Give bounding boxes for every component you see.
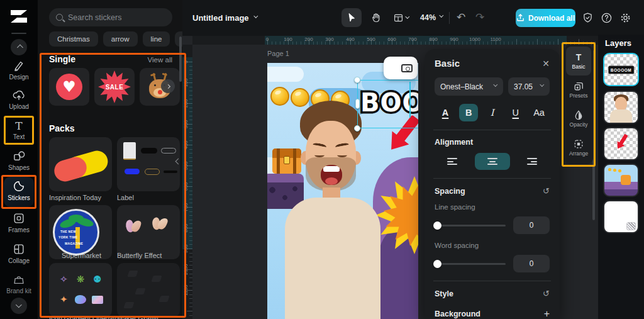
layer-man-photo[interactable] <box>603 91 639 124</box>
artboard-page[interactable]: BOOOOM <box>267 63 418 319</box>
sidebar-item-brand[interactable]: Brand kit <box>0 273 38 295</box>
sidebar-item-collage[interactable]: Collage <box>0 243 38 265</box>
bold-button[interactable]: B <box>459 104 478 121</box>
chip-arrow[interactable]: arrow <box>103 31 138 47</box>
shapes-icon <box>13 150 26 162</box>
text-icon: T <box>576 53 582 62</box>
presets-icon <box>574 81 584 91</box>
v-ruler-number: 700 <box>183 199 189 216</box>
hand-tool-button[interactable] <box>365 8 386 27</box>
underline-button[interactable]: U <box>506 104 525 121</box>
sidebar-item-text[interactable]: T Text <box>0 120 38 141</box>
selection-handle[interactable] <box>354 77 360 83</box>
layer-red-arrow[interactable] <box>603 127 639 160</box>
layer-game-background[interactable] <box>603 164 639 197</box>
add-background-icon[interactable]: + <box>544 308 550 319</box>
view-all-link[interactable]: View all <box>148 56 172 64</box>
align-right-button[interactable] <box>514 153 550 170</box>
panel-scrollbar[interactable] <box>179 36 182 82</box>
close-icon[interactable]: ✕ <box>542 59 550 69</box>
single-title: Single <box>49 54 75 64</box>
reset-spacing-icon[interactable]: ↺ <box>543 186 550 196</box>
h-ruler-number: 400 <box>346 36 354 42</box>
align-center-button[interactable] <box>475 153 510 170</box>
text-case-button[interactable]: Aa <box>530 104 548 121</box>
tab-basic[interactable]: T Basic <box>566 47 591 76</box>
tab-presets[interactable]: Presets <box>566 76 591 104</box>
page-label[interactable]: Page 1 <box>267 50 289 57</box>
sidebar-item-label: Stickers <box>8 194 30 201</box>
arrange-icon <box>574 139 584 149</box>
pack-label-text: Maker Graffiti <box>117 315 158 319</box>
canvas-size-button[interactable] <box>389 8 414 27</box>
h-ruler-number: 1000 <box>469 36 480 42</box>
selection-handle[interactable] <box>355 99 360 109</box>
font-family-select[interactable]: Onest–Black <box>435 77 503 96</box>
sticker-heart[interactable]: ♥ <box>49 68 89 106</box>
sidebar-item-label: Shapes <box>8 164 30 171</box>
pack-supermarket[interactable]: THE NEW YORK TIME MAGAZINE <box>49 205 112 259</box>
single-scroll-next-button[interactable] <box>161 79 175 93</box>
word-spacing-label: Word spacing <box>435 242 550 249</box>
tab-opacity[interactable]: Opacity <box>566 104 591 133</box>
align-left-button[interactable] <box>435 153 470 170</box>
v-ruler-number: 1000 <box>183 262 189 278</box>
sidebar-item-label: Brand kit <box>5 288 33 295</box>
zoom-level-control[interactable]: 44% <box>420 13 443 22</box>
panel-collapse-handle[interactable] <box>176 155 180 166</box>
background-label: Background <box>435 310 480 318</box>
text-cursor <box>409 82 411 118</box>
app-window: Design Upload T Text Shapes Sticke <box>0 0 644 319</box>
v-ruler-number: 400 <box>183 137 189 154</box>
word-spacing-value[interactable]: 0 <box>513 255 550 272</box>
font-size-select[interactable]: 37.05 <box>508 77 550 96</box>
search-input[interactable]: Search stickers <box>49 8 172 26</box>
undo-button[interactable]: ↶ <box>457 11 465 25</box>
align-center-icon <box>487 158 497 165</box>
layer-page-background[interactable] <box>603 200 639 233</box>
line-spacing-value[interactable]: 0 <box>513 216 550 234</box>
capcut-logo-icon[interactable] <box>9 8 29 25</box>
document-title[interactable]: Untitled image <box>192 13 258 23</box>
word-spacing-slider[interactable] <box>435 263 506 265</box>
h-ruler-number: 1100 <box>490 36 501 42</box>
slider-thumb[interactable] <box>433 260 441 268</box>
nav-scroll-up-button[interactable] <box>11 39 27 55</box>
slider-thumb[interactable] <box>433 221 441 230</box>
nav-scroll-down-button[interactable] <box>11 298 27 314</box>
pack-maker-graffiti[interactable] <box>117 263 180 317</box>
vertical-ruler: 010020030040050060070080090010001100 <box>182 45 192 319</box>
reset-style-icon[interactable]: ↺ <box>543 289 550 298</box>
title-chevron-icon <box>253 13 258 18</box>
select-tool-button[interactable] <box>341 8 362 27</box>
safety-shield-button[interactable] <box>580 11 594 25</box>
help-button[interactable] <box>599 11 613 25</box>
sidebar-item-stickers[interactable]: Stickers <box>0 180 38 202</box>
selection-handle[interactable] <box>354 125 360 132</box>
pack-label[interactable] <box>117 137 180 191</box>
text-color-button[interactable]: A <box>436 104 455 121</box>
line-spacing-slider[interactable] <box>435 225 506 227</box>
chip-christmas[interactable]: Christmas <box>49 31 98 47</box>
sidebar-item-shapes[interactable]: Shapes <box>0 150 38 172</box>
chip-line[interactable]: line <box>143 31 170 47</box>
tab-arrange[interactable]: Arrange <box>566 133 591 162</box>
settings-button[interactable] <box>618 11 632 25</box>
redo-button[interactable]: ↷ <box>475 11 484 25</box>
sidebar-item-design[interactable]: Design <box>0 59 38 81</box>
v-ruler-number: 800 <box>183 220 189 237</box>
download-all-button[interactable]: Download all <box>516 9 575 27</box>
pack-icon-gradient-overlay[interactable]: ✧ ❋ ⚉ ✦ <box>49 263 112 317</box>
h-ruler-number: 900 <box>450 36 458 42</box>
search-icon <box>56 14 63 21</box>
sticker-sale[interactable]: SALE <box>94 68 135 106</box>
text-icon: T <box>0 120 38 132</box>
page-camera-button[interactable] <box>384 57 418 79</box>
sidebar-item-upload[interactable]: Upload <box>0 89 38 111</box>
pack-inspiration-today[interactable] <box>49 137 112 191</box>
layer-text-boom[interactable]: BOOOOM <box>603 53 639 86</box>
sidebar-item-frames[interactable]: Frames <box>0 212 38 234</box>
italic-button[interactable]: I <box>483 104 502 121</box>
horizontal-ruler: 010020030040050060070080090010001100 <box>192 36 598 45</box>
packs-section-header: Packs <box>49 123 172 133</box>
